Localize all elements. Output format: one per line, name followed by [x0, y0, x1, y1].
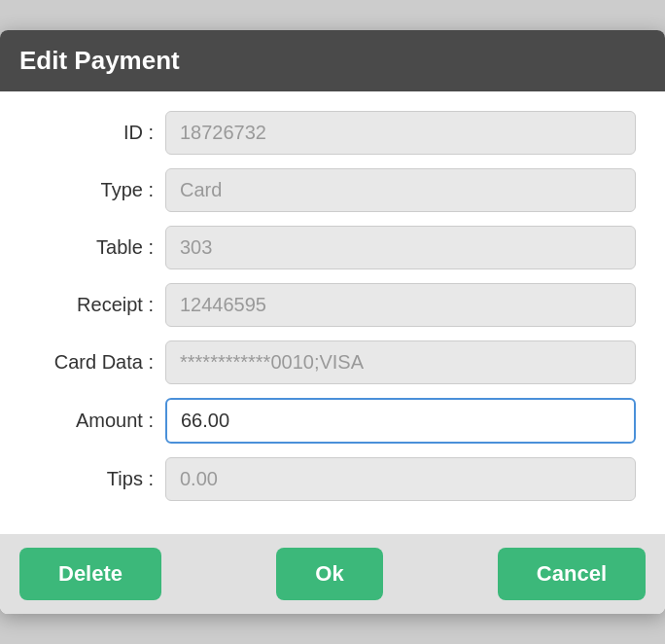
form-row: ID : — [29, 111, 636, 155]
delete-button[interactable]: Delete — [19, 548, 161, 600]
receipt-field-label: Receipt : — [29, 294, 165, 316]
carddata-field[interactable] — [165, 340, 636, 384]
type-field[interactable] — [165, 168, 636, 212]
carddata-field-label: Card Data : — [29, 351, 165, 374]
table-field[interactable] — [165, 226, 636, 269]
form-row: Card Data : — [29, 340, 636, 384]
id-field[interactable] — [165, 111, 636, 155]
table-field-label: Table : — [29, 236, 165, 259]
cancel-button[interactable]: Cancel — [498, 548, 646, 600]
id-field-label: ID : — [29, 122, 165, 144]
edit-payment-dialog: Edit Payment ID :Type :Table :Receipt :C… — [0, 30, 665, 614]
amount-field-label: Amount : — [29, 410, 165, 432]
tips-field[interactable] — [165, 457, 636, 501]
tips-field-label: Tips : — [29, 468, 165, 490]
dialog-footer: Delete Ok Cancel — [0, 534, 665, 614]
amount-field[interactable] — [165, 398, 636, 444]
dialog-header: Edit Payment — [0, 30, 665, 91]
type-field-label: Type : — [29, 179, 165, 201]
form-row: Tips : — [29, 457, 636, 501]
form-row: Table : — [29, 226, 636, 269]
dialog-title: Edit Payment — [19, 46, 180, 75]
ok-button[interactable]: Ok — [276, 548, 382, 600]
form-row: Receipt : — [29, 283, 636, 327]
receipt-field[interactable] — [165, 283, 636, 327]
form-row: Amount : — [29, 398, 636, 444]
dialog-body: ID :Type :Table :Receipt :Card Data :Amo… — [0, 91, 665, 534]
form-row: Type : — [29, 168, 636, 212]
